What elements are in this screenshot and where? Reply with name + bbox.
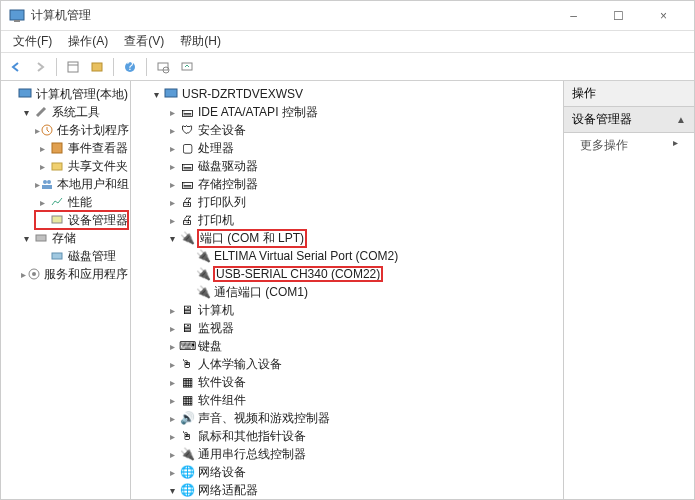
device-tree[interactable]: ▾USR-DZRTDVEXWSV ▸🖴IDE ATA/ATAPI 控制器 ▸🛡安… [131, 81, 564, 500]
tree-performance[interactable]: ▸性能 [35, 193, 128, 211]
svg-text:?: ? [127, 60, 134, 73]
collapse-icon[interactable]: ▾ [165, 233, 179, 244]
collapse-icon[interactable]: ▾ [149, 89, 163, 100]
hid-icon: 🖱 [179, 356, 195, 372]
device-security[interactable]: ▸🛡安全设备 [165, 121, 561, 139]
disk-icon [49, 248, 65, 264]
port-eltima[interactable]: ▸🔌ELTIMA Virtual Serial Port (COM2) [181, 247, 561, 265]
menu-help[interactable]: 帮助(H) [172, 31, 229, 52]
expand-icon[interactable]: ▸ [165, 323, 179, 334]
device-net-adapter[interactable]: ▾🌐网络适配器 [165, 481, 561, 499]
device-hid[interactable]: ▸🖱人体学输入设备 [165, 355, 561, 373]
show-hide-tree-button[interactable] [62, 56, 84, 78]
tree-disk-mgmt[interactable]: ▸磁盘管理 [35, 247, 128, 265]
collapse-icon[interactable]: ▾ [165, 485, 179, 496]
tree-device-manager[interactable]: ▸设备管理器 [35, 211, 128, 229]
usb-icon: 🔌 [179, 446, 195, 462]
expand-icon[interactable]: ▸ [165, 341, 179, 352]
device-usb[interactable]: ▸🔌通用串行总线控制器 [165, 445, 561, 463]
collapse-icon[interactable]: ▾ [19, 107, 33, 118]
tree-sys-tools[interactable]: ▾系统工具 [19, 103, 128, 121]
port-icon: 🔌 [179, 230, 195, 246]
back-button[interactable] [5, 56, 27, 78]
tree-event-viewer[interactable]: ▸事件查看器 [35, 139, 128, 157]
expand-icon[interactable]: ▸ [165, 215, 179, 226]
minimize-button[interactable]: – [551, 1, 596, 31]
device-root[interactable]: ▾USR-DZRTDVEXWSV [149, 85, 561, 103]
collapse-icon[interactable]: ▾ [19, 233, 33, 244]
menu-file[interactable]: 文件(F) [5, 31, 60, 52]
expand-icon[interactable]: ▸ [165, 125, 179, 136]
sound-icon: 🔊 [179, 410, 195, 426]
device-cpu[interactable]: ▸▢处理器 [165, 139, 561, 157]
expand-icon[interactable]: ▸ [165, 377, 179, 388]
device-computer[interactable]: ▸🖥计算机 [165, 301, 561, 319]
storage-icon [33, 230, 49, 246]
expand-icon[interactable]: ▸ [165, 449, 179, 460]
device-ide[interactable]: ▸🖴IDE ATA/ATAPI 控制器 [165, 103, 561, 121]
device-printer[interactable]: ▸🖨打印机 [165, 211, 561, 229]
svg-rect-10 [19, 89, 31, 97]
device-print-queue[interactable]: ▸🖨打印队列 [165, 193, 561, 211]
event-icon [49, 140, 65, 156]
menu-view[interactable]: 查看(V) [116, 31, 172, 52]
perf-icon [49, 194, 65, 210]
device-storage-ctrl[interactable]: ▸🖴存储控制器 [165, 175, 561, 193]
close-button[interactable]: × [641, 1, 686, 31]
expand-icon[interactable]: ▸ [165, 395, 179, 406]
device-sw-dev[interactable]: ▸▦软件设备 [165, 373, 561, 391]
expand-icon[interactable]: ▸ [35, 197, 49, 208]
device-mouse[interactable]: ▸🖱鼠标和其他指针设备 [165, 427, 561, 445]
keyboard-icon: ⌨ [179, 338, 195, 354]
tree-task-scheduler[interactable]: ▸任务计划程序 [35, 121, 128, 139]
expand-icon[interactable]: ▸ [165, 161, 179, 172]
toolbar-separator [146, 58, 147, 76]
toolbar-separator [56, 58, 57, 76]
tree-shared-folders[interactable]: ▸共享文件夹 [35, 157, 128, 175]
forward-button[interactable] [29, 56, 51, 78]
scan-button[interactable] [152, 56, 174, 78]
tree-local-users[interactable]: ▸本地用户和组 [35, 175, 128, 193]
tree-root[interactable]: ▸计算机管理(本地) [3, 85, 128, 103]
expand-icon[interactable]: ▸ [35, 143, 49, 154]
device-ports[interactable]: ▾🔌端口 (COM 和 LPT) [165, 229, 561, 247]
toolbar: ? [1, 53, 694, 81]
device-keyboard[interactable]: ▸⌨键盘 [165, 337, 561, 355]
expand-icon[interactable]: ▸ [165, 305, 179, 316]
maximize-button[interactable]: ☐ [596, 1, 641, 31]
expand-icon[interactable]: ▸ [165, 467, 179, 478]
expand-icon[interactable]: ▸ [35, 161, 49, 172]
svg-rect-22 [165, 89, 177, 97]
device-disk[interactable]: ▸🖴磁盘驱动器 [165, 157, 561, 175]
expand-icon[interactable]: ▸ [19, 269, 27, 280]
actions-pane: 操作 设备管理器 ▲ 更多操作 ▸ [564, 81, 694, 500]
expand-icon[interactable]: ▸ [165, 413, 179, 424]
expand-icon[interactable]: ▸ [165, 143, 179, 154]
device-sw-comp[interactable]: ▸▦软件组件 [165, 391, 561, 409]
properties-button[interactable] [86, 56, 108, 78]
expand-icon[interactable]: ▸ [165, 197, 179, 208]
left-tree[interactable]: ▸计算机管理(本地) ▾系统工具 ▸任务计划程序 ▸事件查看器 ▸共享文件夹 ▸… [1, 81, 131, 500]
port-ch340[interactable]: ▸🔌USB-SERIAL CH340 (COM22) [181, 265, 561, 283]
menu-action[interactable]: 操作(A) [60, 31, 116, 52]
help-button[interactable]: ? [119, 56, 141, 78]
device-monitor[interactable]: ▸🖥监视器 [165, 319, 561, 337]
port-com1[interactable]: ▸🔌通信端口 (COM1) [181, 283, 561, 301]
expand-icon[interactable]: ▸ [165, 431, 179, 442]
device-sound[interactable]: ▸🔊声音、视频和游戏控制器 [165, 409, 561, 427]
expand-icon[interactable]: ▸ [165, 179, 179, 190]
more-actions[interactable]: 更多操作 ▸ [564, 133, 694, 158]
network-icon: 🌐 [179, 464, 195, 480]
expand-icon[interactable]: ▸ [165, 359, 179, 370]
ide-icon: 🖴 [179, 104, 195, 120]
tree-services[interactable]: ▸服务和应用程序 [19, 265, 128, 283]
device-net-dev[interactable]: ▸🌐网络设备 [165, 463, 561, 481]
refresh-button[interactable] [176, 56, 198, 78]
cpu-icon: ▢ [179, 140, 195, 156]
svg-rect-12 [52, 143, 62, 153]
port-icon: 🔌 [195, 248, 211, 264]
expand-icon[interactable]: ▸ [165, 107, 179, 118]
actions-section[interactable]: 设备管理器 ▲ [564, 107, 694, 133]
toolbar-separator [113, 58, 114, 76]
tree-storage[interactable]: ▾存储 [19, 229, 128, 247]
